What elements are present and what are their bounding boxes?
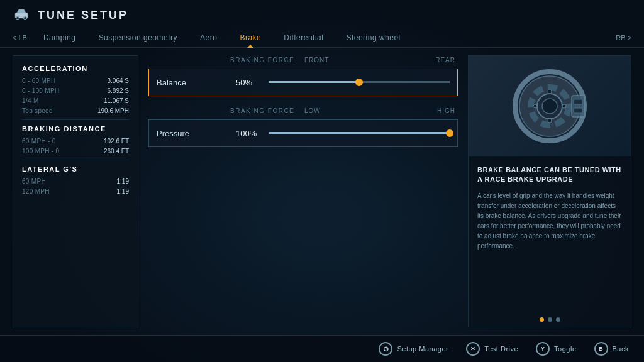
stat-100-value: 260.4 FT [104,148,129,155]
balance-row[interactable]: Balance 50% [148,69,458,96]
stats-panel: ACCELERATION 0 - 60 MPH 3.064 S 0 - 100 … [13,55,138,327]
info-dots [469,312,631,327]
back-label: Back [613,345,629,353]
stat-60-0: 60 MPH - 0 102.6 FT [22,138,129,145]
svg-point-8 [548,90,552,94]
lb-trigger[interactable]: < LB [13,34,27,41]
stat-topspeed-value: 190.6 MPH [97,107,129,114]
stat-60-label: 60 MPH - 0 [22,138,56,145]
pressure-row[interactable]: Pressure 100% [148,119,458,147]
svg-point-9 [548,119,552,123]
stat-qm-label: 1/4 M [22,97,39,104]
pressure-label: Pressure [149,129,231,138]
dot-1[interactable] [540,317,544,322]
stat-lat120-label: 120 MPH [22,188,50,195]
tab-differential[interactable]: Differential [272,28,335,47]
svg-point-1 [16,17,19,20]
brake-image [469,56,631,156]
stat-60-value: 102.6 FT [104,138,129,145]
stat-lat-120: 120 MPH 1.19 [22,188,129,195]
lateral-title: LATERAL G'S [22,165,129,173]
back-icon: B [594,342,608,356]
brake-force-header: BRAKING FORCE FRONT REAR [148,55,458,66]
stat-lat60-label: 60 MPH [22,178,46,185]
stat-0-60-label: 0 - 60 MPH [22,77,56,84]
info-text: A car's level of grip and the way it han… [477,191,622,251]
sep-1 [22,119,129,120]
tune-panel: BRAKING FORCE FRONT REAR Balance 50% [148,55,458,327]
high-label: HIGH [437,107,455,114]
balance-slider-fill [269,81,359,83]
stat-quarter-mile: 1/4 M 11.067 S [22,97,129,104]
setup-manager-button[interactable]: ⊙ Setup Manager [379,342,448,356]
svg-point-11 [562,104,566,108]
svg-point-7 [542,99,557,114]
tab-damping[interactable]: Damping [32,28,87,47]
tab-suspension-geometry[interactable]: Suspension geometry [87,28,189,47]
brake-force-header-2: BRAKING FORCE LOW HIGH [148,99,458,117]
braking-force-label-2: BRAKING FORCE [230,107,294,114]
stat-topspeed-label: Top speed [22,107,53,114]
sep-2 [22,160,129,160]
svg-point-10 [533,104,537,108]
braking-title: BRAKING DISTANCE [22,125,129,133]
svg-point-2 [24,17,27,20]
svg-rect-13 [574,99,582,104]
balance-label: Balance [149,78,231,87]
rear-label: REAR [435,57,455,63]
stat-0-100-value: 6.892 S [108,87,129,94]
test-drive-label: Test Drive [484,345,518,353]
page-title: TUNE SETUP [38,9,128,22]
tab-steering-wheel[interactable]: Steering wheel [335,28,411,47]
pressure-slider[interactable] [269,132,450,134]
test-drive-button[interactable]: ✕ Test Drive [466,342,518,356]
nav-tabs: < LB Damping Suspension geometry Aero Br… [0,28,644,48]
svg-rect-14 [574,108,582,113]
pressure-slider-thumb[interactable] [446,129,453,137]
dot-3[interactable] [556,317,560,322]
braking-force-label-1: BRAKING FORCE [230,57,294,63]
stat-lat60-value: 1.19 [117,178,129,185]
balance-slider[interactable] [269,81,450,84]
low-label: LOW [304,107,321,114]
stat-0-100: 0 - 100 MPH 6.892 S [22,87,129,94]
setup-manager-icon: ⊙ [379,342,392,356]
balance-value: 50% [231,78,269,87]
stat-qm-value: 11.067 S [104,97,129,104]
acceleration-title: ACCELERATION [22,65,129,72]
stat-0-100-label: 0 - 100 MPH [22,87,59,94]
pressure-slider-fill [269,132,450,134]
stat-0-60-value: 3.064 S [108,77,129,84]
tab-brake[interactable]: Brake [228,28,272,47]
balance-slider-thumb[interactable] [355,79,363,86]
info-title: BRAKE BALANCE CAN BE TUNED WITH A RACE B… [477,165,622,185]
stat-100-0: 100 MPH - 0 260.4 FT [22,148,129,155]
bottom-bar: ⊙ Setup Manager ✕ Test Drive Y Toggle B … [0,335,644,362]
stat-top-speed: Top speed 190.6 MPH [22,107,129,114]
setup-manager-label: Setup Manager [397,345,448,353]
car-icon [13,8,30,23]
stat-lat120-value: 1.19 [117,188,129,195]
content-area: ACCELERATION 0 - 60 MPH 3.064 S 0 - 100 … [0,48,644,335]
toggle-label: Toggle [554,345,576,353]
stat-lat-60: 60 MPH 1.19 [22,178,129,185]
info-panel: BRAKE BALANCE CAN BE TUNED WITH A RACE B… [468,55,631,327]
header: TUNE SETUP [0,0,644,28]
toggle-icon: Y [536,342,550,356]
toggle-button[interactable]: Y Toggle [536,342,576,356]
svg-rect-12 [572,96,584,117]
pressure-value: 100% [231,129,269,138]
tab-aero[interactable]: Aero [189,28,228,47]
stat-0-60: 0 - 60 MPH 3.064 S [22,77,129,84]
info-content: BRAKE BALANCE CAN BE TUNED WITH A RACE B… [469,156,631,312]
stat-100-label: 100 MPH - 0 [22,148,59,155]
dot-2[interactable] [548,317,552,322]
front-label: FRONT [304,57,329,63]
rb-trigger[interactable]: RB > [616,34,631,41]
test-drive-icon: ✕ [466,342,480,356]
back-button[interactable]: B Back [594,342,629,356]
